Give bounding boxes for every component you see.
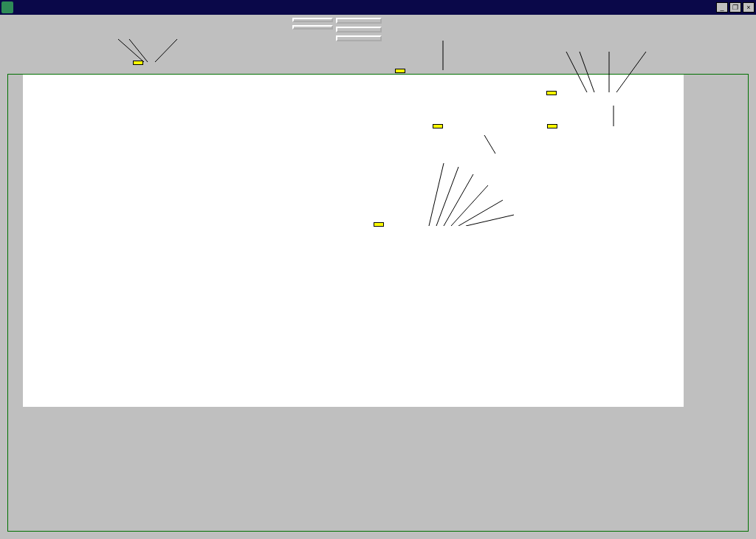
- param-drop: [204, 18, 233, 19]
- param-initial-velocity: [7, 18, 38, 19]
- param-distance: [47, 18, 78, 19]
- plot-area: [23, 75, 684, 407]
- callout-bc: [395, 69, 405, 73]
- maximize-button[interactable]: ❐: [729, 2, 741, 13]
- titlebar: _ ❐ ×: [0, 0, 756, 15]
- param-time-of-flight: [126, 18, 157, 19]
- callout-ref: [374, 222, 384, 227]
- plot-wrap: [7, 74, 749, 532]
- done-button[interactable]: [336, 18, 382, 24]
- add-ref-button[interactable]: [292, 18, 333, 22]
- callout-current: [433, 124, 443, 128]
- print-button[interactable]: [336, 27, 382, 32]
- callout-decimal: [133, 61, 143, 65]
- side-buttons: [292, 18, 382, 41]
- callout-ambient: [546, 91, 557, 95]
- param-bc: [165, 18, 195, 19]
- param-terminal-velocity: [87, 18, 117, 19]
- callout-nodrag: [547, 124, 557, 128]
- colors-button[interactable]: [336, 35, 382, 41]
- app-icon: [1, 1, 13, 13]
- y-axis-ticks: [685, 75, 715, 407]
- minimize-button[interactable]: _: [716, 2, 728, 13]
- close-button[interactable]: ×: [743, 2, 755, 13]
- clr-refs-button[interactable]: [292, 25, 333, 30]
